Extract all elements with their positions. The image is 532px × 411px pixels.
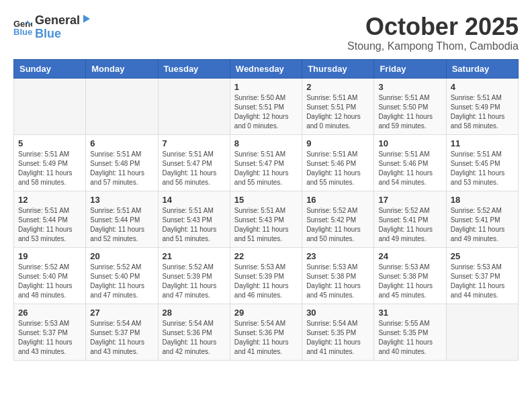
day-info: Sunrise: 5:55 AM Sunset: 5:35 PM Dayligh… — [378, 319, 441, 357]
calendar: SundayMondayTuesdayWednesdayThursdayFrid… — [13, 59, 519, 361]
day-header-tuesday: Tuesday — [158, 59, 230, 78]
calendar-cell: 22Sunrise: 5:53 AM Sunset: 5:39 PM Dayli… — [230, 247, 302, 304]
day-number: 16 — [306, 195, 369, 205]
day-number: 23 — [306, 251, 369, 261]
calendar-cell: 9Sunrise: 5:51 AM Sunset: 5:46 PM Daylig… — [302, 134, 374, 191]
day-info: Sunrise: 5:52 AM Sunset: 5:42 PM Dayligh… — [306, 206, 369, 244]
day-number: 20 — [90, 251, 153, 261]
day-info: Sunrise: 5:51 AM Sunset: 5:44 PM Dayligh… — [90, 206, 153, 244]
day-header-thursday: Thursday — [302, 59, 374, 78]
day-info: Sunrise: 5:53 AM Sunset: 5:38 PM Dayligh… — [378, 263, 441, 300]
day-number: 22 — [234, 251, 298, 261]
day-info: Sunrise: 5:51 AM Sunset: 5:50 PM Dayligh… — [378, 93, 441, 131]
calendar-cell: 5Sunrise: 5:51 AM Sunset: 5:49 PM Daylig… — [14, 134, 86, 191]
day-number: 31 — [378, 308, 441, 318]
day-number: 27 — [90, 308, 153, 318]
day-info: Sunrise: 5:53 AM Sunset: 5:37 PM Dayligh… — [451, 263, 514, 300]
day-number: 15 — [234, 195, 298, 205]
calendar-cell: 25Sunrise: 5:53 AM Sunset: 5:37 PM Dayli… — [446, 247, 518, 304]
day-info: Sunrise: 5:54 AM Sunset: 5:35 PM Dayligh… — [306, 319, 369, 357]
day-info: Sunrise: 5:52 AM Sunset: 5:40 PM Dayligh… — [18, 263, 81, 300]
day-info: Sunrise: 5:50 AM Sunset: 5:51 PM Dayligh… — [234, 93, 298, 131]
day-number: 7 — [163, 138, 226, 148]
day-info: Sunrise: 5:51 AM Sunset: 5:43 PM Dayligh… — [234, 206, 298, 244]
day-info: Sunrise: 5:51 AM Sunset: 5:47 PM Dayligh… — [234, 150, 298, 187]
calendar-cell: 8Sunrise: 5:51 AM Sunset: 5:47 PM Daylig… — [230, 134, 302, 191]
day-number: 12 — [18, 195, 81, 205]
calendar-cell — [14, 78, 86, 134]
calendar-cell: 7Sunrise: 5:51 AM Sunset: 5:47 PM Daylig… — [158, 134, 230, 191]
day-info: Sunrise: 5:51 AM Sunset: 5:44 PM Dayligh… — [18, 206, 81, 244]
day-info: Sunrise: 5:53 AM Sunset: 5:39 PM Dayligh… — [234, 263, 298, 300]
day-info: Sunrise: 5:52 AM Sunset: 5:39 PM Dayligh… — [163, 263, 226, 300]
calendar-cell: 28Sunrise: 5:54 AM Sunset: 5:36 PM Dayli… — [158, 304, 230, 360]
logo: General Blue General Blue — [13, 13, 92, 41]
day-number: 8 — [234, 138, 298, 148]
calendar-cell — [86, 78, 158, 134]
day-info: Sunrise: 5:51 AM Sunset: 5:43 PM Dayligh… — [163, 206, 226, 244]
calendar-cell: 18Sunrise: 5:52 AM Sunset: 5:41 PM Dayli… — [446, 191, 518, 247]
day-number: 13 — [90, 195, 153, 205]
day-number: 18 — [451, 195, 514, 205]
day-header-monday: Monday — [86, 59, 158, 78]
calendar-cell: 4Sunrise: 5:51 AM Sunset: 5:49 PM Daylig… — [446, 78, 518, 134]
day-number: 9 — [306, 138, 369, 148]
calendar-cell: 30Sunrise: 5:54 AM Sunset: 5:35 PM Dayli… — [302, 304, 374, 360]
calendar-cell — [446, 304, 518, 360]
calendar-week-5: 26Sunrise: 5:53 AM Sunset: 5:37 PM Dayli… — [14, 304, 519, 360]
day-info: Sunrise: 5:51 AM Sunset: 5:48 PM Dayligh… — [90, 150, 153, 187]
calendar-header-row: SundayMondayTuesdayWednesdayThursdayFrid… — [14, 59, 519, 78]
day-number: 30 — [306, 308, 369, 318]
calendar-cell: 16Sunrise: 5:52 AM Sunset: 5:42 PM Dayli… — [302, 191, 374, 247]
calendar-cell: 15Sunrise: 5:51 AM Sunset: 5:43 PM Dayli… — [230, 191, 302, 247]
day-number: 1 — [234, 82, 298, 92]
day-info: Sunrise: 5:54 AM Sunset: 5:37 PM Dayligh… — [90, 319, 153, 357]
day-info: Sunrise: 5:52 AM Sunset: 5:41 PM Dayligh… — [451, 206, 514, 244]
day-info: Sunrise: 5:54 AM Sunset: 5:36 PM Dayligh… — [163, 319, 226, 357]
calendar-cell: 31Sunrise: 5:55 AM Sunset: 5:35 PM Dayli… — [374, 304, 446, 360]
calendar-cell: 2Sunrise: 5:51 AM Sunset: 5:51 PM Daylig… — [302, 78, 374, 134]
day-header-wednesday: Wednesday — [230, 59, 302, 78]
calendar-week-2: 5Sunrise: 5:51 AM Sunset: 5:49 PM Daylig… — [14, 134, 519, 191]
day-number: 5 — [18, 138, 81, 148]
logo-blue: Blue — [35, 27, 61, 40]
calendar-cell: 24Sunrise: 5:53 AM Sunset: 5:38 PM Dayli… — [374, 247, 446, 304]
day-number: 29 — [234, 308, 298, 318]
calendar-cell: 27Sunrise: 5:54 AM Sunset: 5:37 PM Dayli… — [86, 304, 158, 360]
calendar-cell: 10Sunrise: 5:51 AM Sunset: 5:46 PM Dayli… — [374, 134, 446, 191]
day-info: Sunrise: 5:51 AM Sunset: 5:46 PM Dayligh… — [378, 150, 441, 187]
header: General Blue General Blue October 2025 S… — [13, 13, 519, 52]
day-info: Sunrise: 5:51 AM Sunset: 5:49 PM Dayligh… — [18, 150, 81, 187]
day-number: 11 — [451, 138, 514, 148]
calendar-cell: 21Sunrise: 5:52 AM Sunset: 5:39 PM Dayli… — [158, 247, 230, 304]
calendar-cell: 14Sunrise: 5:51 AM Sunset: 5:43 PM Dayli… — [158, 191, 230, 247]
day-info: Sunrise: 5:52 AM Sunset: 5:40 PM Dayligh… — [90, 263, 153, 300]
calendar-cell: 3Sunrise: 5:51 AM Sunset: 5:50 PM Daylig… — [374, 78, 446, 134]
title-area: October 2025 Stoung, Kampong Thom, Cambo… — [347, 13, 519, 52]
day-number: 3 — [378, 82, 441, 92]
day-number: 2 — [306, 82, 369, 92]
day-info: Sunrise: 5:53 AM Sunset: 5:37 PM Dayligh… — [18, 319, 81, 357]
day-number: 6 — [90, 138, 153, 148]
day-info: Sunrise: 5:54 AM Sunset: 5:36 PM Dayligh… — [234, 319, 298, 357]
calendar-cell: 29Sunrise: 5:54 AM Sunset: 5:36 PM Dayli… — [230, 304, 302, 360]
day-number: 19 — [18, 251, 81, 261]
location-title: Stoung, Kampong Thom, Cambodia — [347, 40, 519, 52]
svg-marker-3 — [83, 15, 90, 23]
calendar-cell: 6Sunrise: 5:51 AM Sunset: 5:48 PM Daylig… — [86, 134, 158, 191]
day-info: Sunrise: 5:51 AM Sunset: 5:47 PM Dayligh… — [163, 150, 226, 187]
day-number: 21 — [163, 251, 226, 261]
day-info: Sunrise: 5:51 AM Sunset: 5:46 PM Dayligh… — [306, 150, 369, 187]
day-number: 24 — [378, 251, 441, 261]
month-title: October 2025 — [347, 13, 519, 40]
calendar-week-3: 12Sunrise: 5:51 AM Sunset: 5:44 PM Dayli… — [14, 191, 519, 247]
day-number: 28 — [163, 308, 226, 318]
day-info: Sunrise: 5:51 AM Sunset: 5:45 PM Dayligh… — [451, 150, 514, 187]
logo-arrow-icon — [81, 13, 91, 24]
calendar-cell: 11Sunrise: 5:51 AM Sunset: 5:45 PM Dayli… — [446, 134, 518, 191]
svg-text:Blue: Blue — [13, 27, 32, 36]
calendar-cell: 17Sunrise: 5:52 AM Sunset: 5:41 PM Dayli… — [374, 191, 446, 247]
day-number: 25 — [451, 251, 514, 261]
calendar-week-1: 1Sunrise: 5:50 AM Sunset: 5:51 PM Daylig… — [14, 78, 519, 134]
day-number: 14 — [163, 195, 226, 205]
